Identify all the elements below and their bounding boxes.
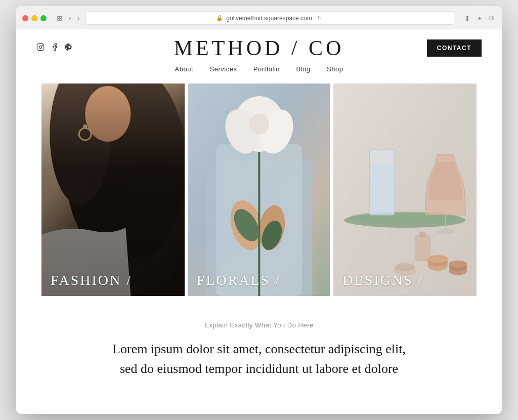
close-button[interactable] [22,15,28,21]
site-title-wrap: METHOD / CO [174,36,344,60]
svg-point-34 [428,255,448,263]
lower-section: Explain Exactly What You Do Here Lorem i… [16,296,502,394]
lock-icon: 🔒 [216,15,223,21]
browser-actions: ⬆ + ⧉ [462,13,496,23]
reload-button[interactable]: ↻ [315,14,324,22]
svg-point-9 [79,128,91,140]
social-icons [36,43,73,53]
site-nav: About Services Portfolio Blog Shop [16,64,502,83]
traffic-lights [22,15,47,21]
new-tab-button[interactable]: + [476,13,484,23]
nav-about[interactable]: About [175,65,193,73]
nav-shop[interactable]: Shop [327,65,343,73]
image-grid: FASHION / [41,83,477,296]
grid-item-fashion[interactable]: FASHION / [41,83,185,296]
svg-point-21 [249,114,269,134]
svg-point-1 [39,46,41,48]
svg-point-6 [50,83,110,205]
svg-rect-0 [37,44,44,50]
nav-blog[interactable]: Blog [296,65,311,73]
section-subtitle: Explain Exactly What You Do Here [36,321,482,329]
svg-rect-31 [420,232,426,237]
duplicate-button[interactable]: ⧉ [487,13,496,23]
website-content: METHOD / CO CONTACT About Services Portf… [16,29,502,414]
browser-controls: ⊞ ‹ › [55,13,81,23]
sidebar-toggle[interactable]: ⊞ [55,13,65,23]
section-body: Lorem ipsum dolor sit amet, consectetur … [107,339,411,379]
facebook-icon[interactable] [51,43,59,53]
svg-point-29 [437,229,455,234]
grid-item-florals[interactable]: FLORALS / [188,83,331,296]
svg-point-37 [449,261,467,268]
svg-point-8 [83,124,87,129]
maximize-button[interactable] [40,15,47,21]
nav-services[interactable]: Services [210,65,237,73]
svg-point-7 [85,86,131,142]
site-header: METHOD / CO CONTACT [16,29,502,64]
forward-button[interactable]: › [75,13,82,23]
address-bar[interactable]: 🔒 golivemethod.squarespace.com ↻ [85,11,454,25]
fashion-label: FASHION / [51,272,132,288]
svg-point-39 [395,263,415,271]
share-button[interactable]: ⬆ [462,13,472,23]
browser-chrome: ⊞ ‹ › 🔒 golivemethod.squarespace.com ↻ ⬆… [16,6,502,29]
back-button[interactable]: ‹ [67,13,73,23]
pinterest-icon[interactable] [65,43,73,53]
url-text: golivemethod.squarespace.com [226,15,312,22]
contact-button[interactable]: CONTACT [427,39,482,57]
svg-point-2 [42,45,42,46]
minimize-button[interactable] [31,15,37,21]
site-title: METHOD / CO [174,36,344,60]
svg-rect-3 [41,83,185,296]
grid-item-designs[interactable]: DESIGNS / [333,83,477,296]
designs-label: DESIGNS / [342,272,423,288]
svg-point-5 [65,83,184,266]
svg-rect-4 [41,83,185,296]
svg-rect-27 [371,164,394,214]
browser-window: ⊞ ‹ › 🔒 golivemethod.squarespace.com ↻ ⬆… [16,6,502,414]
nav-portfolio[interactable]: Portfolio [253,65,280,73]
svg-rect-30 [415,235,430,261]
instagram-icon[interactable] [36,43,45,53]
florals-label: FLORALS / [197,272,281,288]
